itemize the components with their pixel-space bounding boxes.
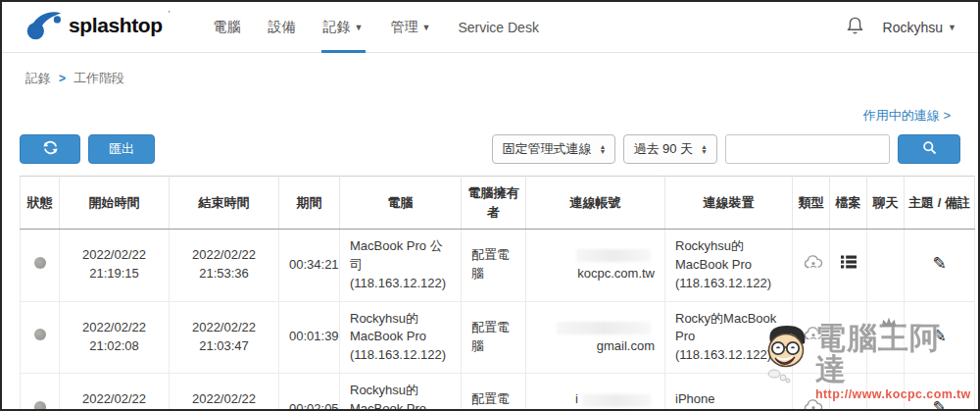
start-time-cell: 2022/02/2221:02:08 [60, 301, 170, 374]
breadcrumb: 記錄 > 工作階段 [2, 53, 978, 93]
user-menu[interactable]: Rockyhsu ▼ [883, 20, 956, 35]
notification-bell-icon[interactable] [847, 16, 863, 39]
column-header: 連線裝置 [665, 177, 793, 230]
chevron-down-icon: ▼ [948, 23, 956, 32]
file-list-icon[interactable] [841, 255, 857, 275]
sessions-table-wrap: 狀態開始時間結束時間期間電腦電腦擁有者連線帳號連線裝置類型檔案聊天主題 / 備註… [20, 176, 960, 411]
chevron-down-icon: ▼ [355, 23, 364, 32]
nav-item-management[interactable]: 管理 ▼ [377, 2, 445, 53]
computer-ip: (118.163.12.122) [350, 275, 451, 293]
start-time: 21:02:08 [70, 337, 159, 356]
end-date: 2022/02/22 [179, 390, 269, 409]
nav-item-computers[interactable]: 電腦 [200, 2, 255, 53]
type-cell [793, 230, 830, 302]
main-nav: 電腦 設備 記錄 ▼ 管理 ▼ Service Desk [200, 2, 553, 53]
connection-type-select[interactable]: 固定管理式連線 ▲▼ [492, 134, 615, 164]
nav-item-logs[interactable]: 記錄 ▼ [310, 2, 377, 53]
splashtop-logo-mark: ’ [169, 9, 171, 19]
chevron-down-icon: ▼ [422, 23, 431, 32]
computer-name: MacBook Pro 公司 [350, 237, 451, 275]
end-time-cell: 2022/02/2221:03:47 [170, 301, 279, 374]
computer-cell: Rockyhsu的MacBook Pro(118.163.12.122) [340, 374, 462, 411]
device-cell: Rocky的MacBook Pro(118.163.12.122) [665, 301, 793, 374]
device-name: iPhone [675, 390, 782, 409]
device-cell: iPhone(180.217.9.197) [665, 374, 793, 411]
select-arrows-icon: ▲▼ [701, 144, 708, 154]
table-header-row: 狀態開始時間結束時間期間電腦電腦擁有者連線帳號連線裝置類型檔案聊天主題 / 備註 [21, 177, 975, 230]
user-name: Rockyhsu [883, 20, 943, 35]
status-dot [34, 329, 46, 340]
status-cell [21, 374, 60, 411]
device-cell: Rockyhsu的MacBook Pro(118.163.12.122) [665, 230, 793, 302]
pencil-icon[interactable]: ✎ [932, 399, 946, 411]
column-header: 類型 [793, 177, 830, 230]
start-time-cell: 2022/02/2221:19:15 [60, 230, 170, 302]
duration-cell: 00:01:39 [279, 301, 340, 374]
redacted-text [582, 394, 651, 407]
table-row: 2022/02/2221:02:082022/02/2221:03:4700:0… [21, 301, 975, 374]
splashtop-logo[interactable]: splashtop ’ [25, 9, 171, 45]
export-button[interactable]: 匯出 [88, 134, 155, 164]
search-button[interactable] [898, 134, 960, 164]
column-header: 期間 [279, 177, 340, 230]
breadcrumb-current: 工作階段 [74, 70, 124, 87]
owner-cell: 配置電腦 [462, 230, 526, 302]
top-navbar: splashtop ’ 電腦 設備 記錄 ▼ 管理 ▼ Service Desk [2, 2, 978, 53]
search-input[interactable] [725, 134, 890, 164]
type-cell [793, 301, 830, 374]
end-date: 2022/02/22 [179, 319, 269, 337]
account-cell: kocpc.com.tw [526, 230, 665, 302]
pencil-icon[interactable]: ✎ [932, 328, 946, 344]
nav-item-service-desk[interactable]: Service Desk [444, 2, 552, 53]
column-header: 檔案 [830, 177, 867, 230]
date-range-value: 過去 90 天 [633, 140, 693, 158]
status-cell [21, 301, 60, 374]
date-range-select[interactable]: 過去 90 天 ▲▼ [623, 134, 717, 164]
device-ip: (118.163.12.122) [675, 346, 782, 365]
search-icon [922, 140, 937, 158]
column-header: 電腦擁有者 [462, 177, 526, 230]
start-time: 21:19:15 [70, 265, 159, 283]
chevron-right-icon: > [59, 72, 66, 85]
column-header: 聊天 [867, 177, 905, 230]
account-domain: kocpc.com.tw [577, 266, 655, 281]
account-cell: gmail.com [526, 301, 665, 374]
nav-item-devices[interactable]: 設備 [255, 2, 310, 53]
computer-owner: 配置電腦 [471, 247, 510, 281]
cloud-session-icon [803, 403, 824, 411]
pencil-icon[interactable]: ✎ [932, 255, 946, 272]
computer-cell: MacBook Pro 公司(118.163.12.122) [340, 230, 462, 302]
account-prefix: i [575, 391, 578, 406]
refresh-button[interactable] [20, 134, 80, 164]
nav-label: 管理 [391, 19, 418, 36]
note-cell: ✎ [905, 301, 975, 374]
breadcrumb-logs[interactable]: 記錄 [25, 70, 51, 87]
account-cell: ikocpc.com.tw [526, 374, 665, 411]
computer-owner: 配置電腦 [471, 391, 510, 411]
chat-cell [867, 230, 905, 302]
note-cell: ✎ [905, 374, 975, 411]
toolbar-filters: 固定管理式連線 ▲▼ 過去 90 天 ▲▼ [492, 134, 960, 164]
splashtop-logo-text: splashtop [69, 9, 163, 42]
duration-cell: 00:02:05 [279, 374, 340, 411]
nav-label: 記錄 [323, 19, 351, 36]
session-table-body: 2022/02/2221:19:152022/02/2221:53:3600:3… [21, 230, 975, 411]
computer-name: Rockyhsu的MacBook Pro [350, 310, 451, 347]
start-date: 2022/02/22 [70, 390, 159, 409]
active-connections-link[interactable]: 作用中的連線 > [863, 107, 951, 125]
owner-cell: 配置電腦 [462, 301, 526, 374]
splashtop-console-page: { "brand": { "name": "splashtop", "mark"… [0, 0, 980, 411]
computer-owner: 配置電腦 [471, 320, 510, 353]
column-header: 主題 / 備註 [905, 177, 975, 230]
start-date: 2022/02/22 [70, 319, 159, 337]
duration: 00:34:21 [289, 257, 339, 272]
computer-name: Rockyhsu的MacBook Pro [350, 382, 451, 411]
account-domain: gmail.com [597, 338, 655, 353]
cloud-session-icon [803, 259, 824, 274]
owner-cell: 配置電腦 [462, 374, 526, 411]
table-row: 2022/02/2218:11:112022/02/2218:13:1600:0… [21, 374, 975, 411]
end-time-cell: 2022/02/2218:13:16 [170, 374, 279, 411]
select-arrows-icon: ▲▼ [599, 144, 606, 154]
nav-label: 電腦 [214, 19, 241, 36]
computer-cell: Rockyhsu的MacBook Pro(118.163.12.122) [340, 301, 462, 374]
